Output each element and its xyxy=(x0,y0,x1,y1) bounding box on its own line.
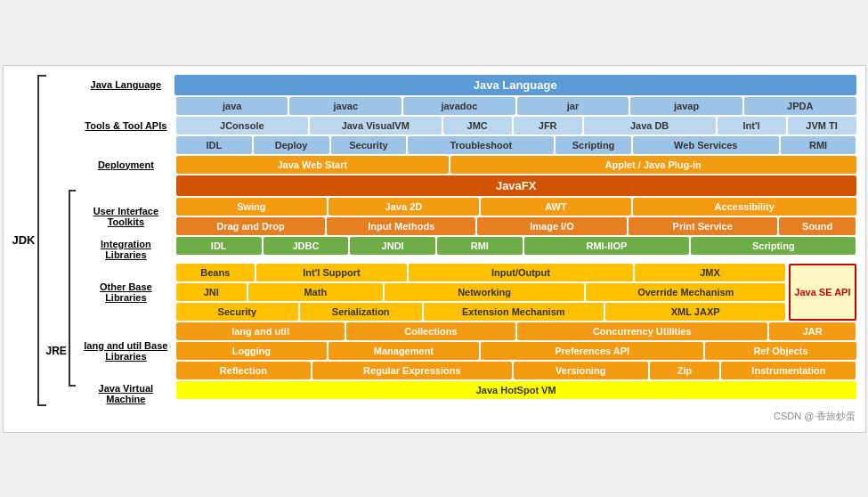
ui-row1: Swing Java 2D AWT Accessibility xyxy=(176,198,856,216)
tools-row1: java javac javadoc jar javap JPDA xyxy=(176,97,856,115)
cell-xmljaxp: XML JAXP xyxy=(605,303,785,321)
cell-draganddrop: Drag and Drop xyxy=(176,217,325,235)
integration-cells: IDL JDBC JNDI RMI RMI-IIOP Scripting xyxy=(176,237,856,262)
cell-intlsupport: Int'l Support xyxy=(256,264,408,281)
cell-jni: JNI xyxy=(176,283,247,301)
cell-jmx: JMX xyxy=(635,264,786,281)
deployment-label: Deployment xyxy=(79,156,173,174)
cell-extension: Extension Mechanism xyxy=(424,303,604,321)
cell-javafx: JavaFX xyxy=(176,175,856,196)
javafx-spacer-label xyxy=(79,175,173,196)
cell-jvmti: JVM TI xyxy=(788,117,856,134)
cell-deploy: Deploy xyxy=(254,136,329,154)
jvm-row-wrapper: Java Virtual Machine Java HotSpot VM xyxy=(79,381,856,406)
cell-javadoc: javadoc xyxy=(403,97,515,115)
cell-instrumentation: Instrumentation xyxy=(721,362,856,379)
javafx-row: JavaFX xyxy=(176,175,856,196)
langutil-row1: lang and util Collections Concurrency Ut… xyxy=(176,322,856,340)
cell-management: Management xyxy=(329,342,479,360)
integration-row-wrapper: Integration Libraries IDL JDBC JNDI RMI … xyxy=(79,237,856,262)
cell-jdbc: JDBC xyxy=(264,237,349,255)
cell-zip: Zip xyxy=(650,362,720,379)
langutil-label: lang and util Base Libraries xyxy=(79,322,173,379)
cell-langutil: lang and util xyxy=(176,322,345,340)
ui-row-wrapper: User Interface Toolkits Swing Java 2D AW… xyxy=(79,198,856,235)
cell-versioning: Versioning xyxy=(514,362,648,379)
diagram: JDK JRE Java Language J xyxy=(12,75,856,406)
other-base-cells: Beans Int'l Support Input/Output JMX JNI… xyxy=(176,264,785,321)
tools-row-wrapper: Tools & Tool APIs java javac javadoc jar… xyxy=(79,97,856,154)
cell-printservice: Print Service xyxy=(629,217,777,235)
cell-jconsole: JConsole xyxy=(176,117,308,134)
cell-rmi: RMI xyxy=(781,136,856,154)
other-base-row3: Security Serialization Extension Mechani… xyxy=(176,303,785,321)
other-base-label: Other Base Libraries xyxy=(79,264,173,321)
other-base-row2: JNI Math Networking Override Mechanism xyxy=(176,283,785,301)
cell-jmc: JMC xyxy=(443,117,512,134)
cell-inputmethods: Input Methods xyxy=(327,217,475,235)
cell-accessibility: Accessibility xyxy=(633,198,856,216)
cell-reflection: Reflection xyxy=(176,362,311,379)
jre-label: JRE xyxy=(46,345,67,357)
deployment-row-wrapper: Deployment Java Web Start Applet / Java … xyxy=(79,156,856,174)
other-base-row-wrapper: Other Base Libraries Beans Int'l Support… xyxy=(79,264,785,321)
cell-rmiiiop: RMI-IIOP xyxy=(524,237,689,255)
cell-jar: jar xyxy=(517,97,629,115)
cell-logging: Logging xyxy=(176,342,327,360)
cell-security2: Security xyxy=(176,303,298,321)
cell-math: Math xyxy=(248,283,383,301)
cell-beans: Beans xyxy=(176,264,255,281)
cell-security: Security xyxy=(331,136,407,154)
cell-refobjects: Ref Objects xyxy=(705,342,856,360)
cell-scripting: Scripting xyxy=(556,136,631,154)
cell-jpda: JPDA xyxy=(744,97,856,115)
content-area: Java Language Java Language Tools & Tool… xyxy=(79,75,856,406)
ui-row2: Drag and Drop Input Methods Image I/O Pr… xyxy=(176,217,856,235)
cell-jvisualvm: Java VisualVM xyxy=(310,117,442,134)
cell-troubleshoot: Troubleshoot xyxy=(408,136,554,154)
integration-label: Integration Libraries xyxy=(79,237,173,262)
cell-idl2: IDL xyxy=(176,237,262,255)
cell-serialization: Serialization xyxy=(300,303,422,321)
cell-collections: Collections xyxy=(346,322,515,340)
cell-concurrency: Concurrency Utilities xyxy=(517,322,767,340)
cell-jndi: JNDI xyxy=(350,237,435,255)
cell-imageio: Image I/O xyxy=(477,217,626,235)
cell-intl: Int'l xyxy=(718,117,786,134)
jvm-cells: Java HotSpot VM xyxy=(176,381,856,406)
cell-javac: javac xyxy=(289,97,402,115)
tools-label: Tools & Tool APIs xyxy=(79,97,173,154)
cell-idl: IDL xyxy=(176,136,252,154)
cell-jar: JAR xyxy=(769,322,856,340)
langutil-cells: lang and util Collections Concurrency Ut… xyxy=(176,322,856,379)
cell-regex: Regular Expressions xyxy=(312,362,512,379)
tools-row3: IDL Deploy Security Troubleshoot Scripti… xyxy=(176,136,856,154)
deployment-row1: Java Web Start Applet / Java Plug-in xyxy=(176,156,856,174)
cell-webstart: Java Web Start xyxy=(176,156,449,174)
left-brackets: JDK JRE xyxy=(12,75,76,406)
other-base-outer: Other Base Libraries Beans Int'l Support… xyxy=(79,264,856,321)
java-language-left-label: Java Language xyxy=(79,75,173,95)
tools-cells: java javac javadoc jar javap JPDA JConso… xyxy=(176,97,856,154)
cell-java2d: Java 2D xyxy=(329,198,479,216)
tools-row2: JConsole Java VisualVM JMC JFR Java DB I… xyxy=(176,117,856,134)
cell-hotspot: Java HotSpot VM xyxy=(176,381,856,399)
java-language-header: Java Language xyxy=(174,75,856,95)
cell-javap: javap xyxy=(630,97,742,115)
java-language-row: Java Language Java Language xyxy=(79,75,856,95)
cell-swing: Swing xyxy=(176,198,327,216)
ui-label: User Interface Toolkits xyxy=(79,198,173,235)
cell-java: java xyxy=(176,97,288,115)
langutil-row3: Reflection Regular Expressions Versionin… xyxy=(176,362,856,379)
cell-inputoutput: Input/Output xyxy=(409,264,632,281)
integration-row1: IDL JDBC JNDI RMI RMI-IIOP Scripting xyxy=(176,237,856,255)
cell-scripting2: Scripting xyxy=(691,237,856,255)
cell-override: Override Mechanism xyxy=(586,283,785,301)
main-container: JDK JRE Java Language J xyxy=(3,65,866,433)
langutil-row-wrapper: lang and util Base Libraries lang and ut… xyxy=(79,322,856,379)
langutil-row2: Logging Management Preferences API Ref O… xyxy=(176,342,856,360)
cell-prefsapi: Preferences API xyxy=(481,342,704,360)
deployment-cells: Java Web Start Applet / Java Plug-in xyxy=(176,156,856,174)
jvm-label: Java Virtual Machine xyxy=(79,381,173,406)
cell-rmi2: RMI xyxy=(437,237,523,255)
